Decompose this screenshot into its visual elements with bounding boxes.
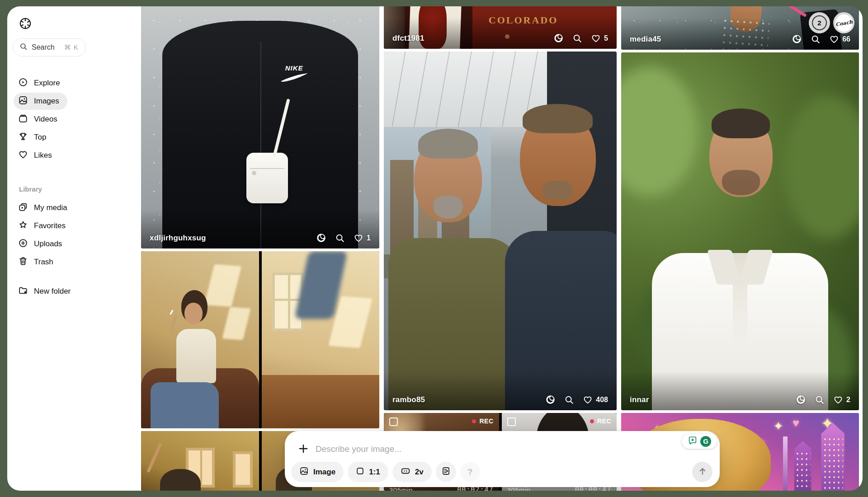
remix-swirl-icon[interactable]	[796, 394, 806, 405]
like-count: 408	[596, 396, 608, 404]
like-count: 66	[842, 35, 850, 43]
tile-artwork	[384, 52, 617, 410]
sidebar-item-explore[interactable]: Explore	[14, 75, 68, 92]
library-section-header: Library	[19, 185, 42, 193]
rec-indicator: REC	[590, 417, 611, 425]
app-window: Search ⌘ K Explore Images	[7, 6, 863, 491]
heart-icon	[18, 150, 28, 161]
submit-button[interactable]	[692, 462, 712, 482]
sidebar-item-new-folder[interactable]: New folder	[14, 283, 79, 300]
media-tile-dfct1981[interactable]: COLORADO dfct1981	[384, 6, 617, 49]
like-button[interactable]: 66	[829, 34, 850, 44]
grammarly-tone-icon[interactable]	[688, 436, 698, 447]
credits-badge[interactable]: 2	[809, 12, 830, 33]
like-count: 5	[604, 34, 608, 42]
tile-info-bar: innar	[630, 394, 850, 405]
plus-circle-icon	[18, 238, 28, 250]
media-tile-rambo85[interactable]: rambo85	[384, 52, 617, 410]
tile-username[interactable]: media45	[630, 35, 661, 44]
like-button[interactable]: 5	[591, 33, 608, 43]
sidebar-item-videos[interactable]: Videos	[14, 111, 66, 128]
spire-shape	[783, 436, 788, 491]
credits-ring: 2	[812, 15, 827, 30]
sidebar-item-favorites[interactable]: Favorites	[14, 217, 74, 234]
credits-count: 2	[817, 19, 821, 27]
variations-icon	[401, 466, 410, 478]
variations-button[interactable]: 2v	[392, 462, 432, 482]
search-input[interactable]: Search ⌘ K	[13, 38, 86, 56]
tile-username[interactable]: innar	[630, 395, 649, 404]
composer-options-row: Image 1:1	[291, 462, 480, 482]
sidebar-item-uploads[interactable]: Uploads	[14, 235, 70, 253]
aspect-ratio-button[interactable]: 1:1	[348, 462, 388, 482]
rec-frame-icon	[507, 417, 516, 426]
image-icon	[299, 466, 309, 478]
profile-avatar[interactable]: Coach	[833, 12, 854, 33]
extension-letter: G	[703, 437, 708, 445]
magnifier-icon[interactable]	[564, 395, 574, 405]
remix-swirl-icon[interactable]	[316, 233, 326, 243]
rec-label: REC	[479, 417, 493, 425]
like-button[interactable]: 1	[354, 233, 371, 243]
sidebar-item-my-media[interactable]: My media	[14, 199, 75, 216]
tile-username[interactable]: dfct1981	[392, 34, 425, 43]
remix-swirl-icon[interactable]	[553, 33, 564, 43]
explore-icon	[18, 77, 28, 89]
tile-info-bar: xdljirhguhxsug	[150, 233, 371, 243]
rec-label: REC	[597, 417, 611, 425]
desktop-background: Search ⌘ K Explore Images	[0, 0, 868, 497]
magnifier-icon[interactable]	[572, 33, 582, 43]
tile-info-bar: dfct1981	[392, 33, 608, 43]
attach-plus-icon[interactable]	[297, 443, 309, 455]
sidebar-item-label: Trash	[34, 258, 53, 267]
figure-head	[709, 113, 773, 197]
magnifier-icon[interactable]	[815, 395, 825, 405]
search-icon	[19, 42, 28, 52]
help-button[interactable]: ?	[460, 462, 480, 482]
trash-icon	[18, 256, 28, 268]
my-media-icon	[18, 202, 28, 214]
bag-shape	[246, 153, 288, 203]
sidebar-item-label: Top	[34, 133, 46, 142]
presets-button[interactable]	[436, 462, 456, 482]
new-folder-icon	[18, 286, 28, 297]
magnifier-icon[interactable]	[811, 34, 821, 44]
sidebar-item-label: New folder	[34, 287, 71, 296]
media-tile-innar[interactable]: innar	[621, 52, 859, 410]
sidebar-item-top[interactable]: Top	[14, 129, 54, 146]
tile-username[interactable]: xdljirhguhxsug	[150, 234, 206, 243]
openai-logo[interactable]	[19, 17, 32, 30]
like-count: 2	[846, 396, 850, 404]
like-button[interactable]: 408	[583, 395, 608, 405]
prompt-input[interactable]	[315, 439, 606, 459]
sidebar-item-images[interactable]: Images	[14, 93, 67, 110]
like-button[interactable]: 2	[833, 395, 850, 405]
variations-label: 2v	[415, 468, 424, 477]
grammarly-g-icon[interactable]: G	[700, 436, 711, 447]
aspect-ratio-label: 1:1	[369, 468, 380, 477]
sidebar-item-likes[interactable]: Likes	[14, 147, 60, 164]
sidebar-item-trash[interactable]: Trash	[14, 253, 61, 271]
prompt-composer: G Image	[285, 431, 720, 487]
avatar-signature: Coach	[834, 13, 854, 33]
magnifier-icon[interactable]	[335, 233, 345, 243]
tower-shape	[794, 441, 811, 491]
sidebar-item-label: Uploads	[34, 239, 62, 248]
media-tile-pair-women[interactable]	[141, 251, 379, 428]
media-tile-xdljirhguhxsug[interactable]: NIKE xdljirhguhxsug	[141, 6, 379, 248]
search-label: Search	[32, 43, 55, 52]
sidebar-item-label: My media	[34, 203, 67, 212]
images-icon	[18, 95, 28, 107]
tile-artwork	[141, 251, 379, 428]
tile-info-bar: media45	[630, 34, 850, 44]
media-type-button[interactable]: Image	[291, 462, 344, 482]
browser-extension-pill[interactable]: G	[682, 434, 717, 449]
media-type-label: Image	[313, 468, 335, 477]
remix-swirl-icon[interactable]	[792, 34, 802, 44]
photo-woman-smoking	[141, 251, 259, 428]
sidebar-item-label: Images	[34, 97, 59, 106]
tile-username[interactable]: rambo85	[392, 395, 425, 404]
remix-swirl-icon[interactable]	[545, 394, 556, 405]
figure-left-head	[414, 134, 482, 222]
aspect-ratio-icon	[356, 467, 364, 478]
